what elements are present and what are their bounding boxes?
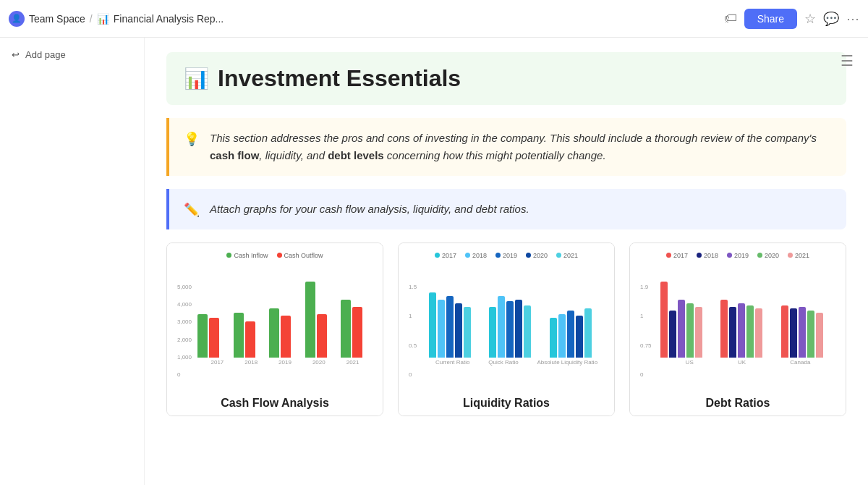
comment-icon[interactable]: 💬 xyxy=(823,11,839,27)
liq-legend-2018: 2018 xyxy=(465,252,487,259)
callout-2-emoji: ✏️ xyxy=(184,202,200,218)
bar-group-quick xyxy=(489,296,543,358)
bar-group-canada xyxy=(781,305,835,358)
topbar-left: 👤 Team Space / 📊 Financial Analysis Rep.… xyxy=(9,11,718,27)
callout-1-italic-1: liquidity xyxy=(265,149,301,161)
topbar-actions: 🏷 Share ☆ 💬 ⋯ xyxy=(724,9,859,29)
chart-area-cashflow: Cash Inflow Cash Outflow 5,0004,0003,000… xyxy=(167,243,383,388)
chart-card-cashflow: Cash Inflow Cash Outflow 5,0004,0003,000… xyxy=(166,242,383,416)
bar-2018-outflow xyxy=(245,321,255,358)
debt-chart-body: 1.910.750 xyxy=(637,263,838,372)
debt-x-axis: USUKCanada xyxy=(658,358,838,366)
bar-group-2019 xyxy=(269,308,301,358)
add-page-label: Add page xyxy=(25,49,66,60)
breadcrumb-separator: / xyxy=(90,13,93,25)
bar-2020-outflow xyxy=(317,314,327,358)
cashflow-bars xyxy=(195,263,375,358)
debt-legend-2019: 2019 xyxy=(727,252,749,259)
bar-group-2017 xyxy=(197,314,229,358)
content-area: ☰ 📊 Investment Essentials 💡 This section… xyxy=(145,38,868,485)
bar-2019-inflow xyxy=(269,308,279,358)
topbar: 👤 Team Space / 📊 Financial Analysis Rep.… xyxy=(0,0,868,38)
bar-group-current xyxy=(429,292,483,358)
bar-2021-outflow xyxy=(352,307,362,358)
callout-1-text: This section addresses the pros and cons… xyxy=(210,130,832,164)
share-button[interactable]: Share xyxy=(744,9,797,29)
outline-button[interactable]: ☰ xyxy=(841,52,854,69)
bar-group-uk xyxy=(720,300,775,358)
page-title: Investment Essentials xyxy=(218,65,461,92)
chart-legend-debt: 2017 2018 2019 2020 2021 xyxy=(637,252,838,259)
liquidity-chart-body: 1.510.50 xyxy=(406,263,607,372)
liquidity-x-axis: Current RatioQuick RatioAbsolute Liquidi… xyxy=(426,358,607,366)
callout-1-bold-2: debt levels xyxy=(328,149,384,161)
add-page-button[interactable]: ↩ Add page xyxy=(0,43,144,66)
liquidity-y-axis: 1.510.50 xyxy=(409,284,417,378)
add-page-icon: ↩ xyxy=(12,49,20,60)
liq-legend-2021: 2021 xyxy=(556,252,578,259)
callout-block-2: ✏️ Attach graphs for your cash flow anal… xyxy=(166,189,846,229)
debt-legend-2020: 2020 xyxy=(757,252,779,259)
bar-2017-inflow xyxy=(197,314,208,358)
debt-legend-2021: 2021 xyxy=(788,252,809,259)
heading-block: 📊 Investment Essentials xyxy=(166,52,846,105)
callout-2-text: Attach graphs for your cash flow analysi… xyxy=(210,201,529,218)
callout-1-bold-1: cash flow xyxy=(210,149,259,161)
chart-label-liquidity: Liquidity Ratios xyxy=(399,388,614,416)
star-icon[interactable]: ☆ xyxy=(804,11,816,27)
liquidity-bars xyxy=(426,263,607,358)
chart-label-cashflow: Cash Flow Analysis xyxy=(167,388,383,416)
team-icon: 👤 xyxy=(9,11,25,27)
debt-y-axis: 1.910.750 xyxy=(640,284,652,378)
chart-card-liquidity: 2017 2018 2019 2020 2021 1.510.50 xyxy=(398,242,615,416)
cashflow-x-axis: 20172018201920202021 xyxy=(195,358,375,366)
chart-legend-liquidity: 2017 2018 2019 2020 2021 xyxy=(406,252,607,259)
callout-1-text-2: , xyxy=(259,149,265,161)
liq-legend-2019: 2019 xyxy=(495,252,517,259)
bar-group-us xyxy=(660,282,715,358)
tag-icon[interactable]: 🏷 xyxy=(724,11,737,26)
sidebar: ↩ Add page xyxy=(0,38,145,485)
chart-card-debt: 2017 2018 2019 2020 2021 1.910.750 xyxy=(629,242,846,416)
bar-group-2018 xyxy=(234,313,265,358)
bar-group-2020 xyxy=(305,282,337,358)
liq-legend-2017: 2017 xyxy=(435,252,456,259)
doc-icon: 📊 xyxy=(97,13,109,25)
heading-icon: 📊 xyxy=(184,67,209,90)
debt-legend-2018: 2018 xyxy=(697,252,718,259)
cashflow-y-axis: 5,0004,0003,0002,0001,0000 xyxy=(177,284,192,378)
debt-legend-2017: 2017 xyxy=(666,252,688,259)
legend-outflow: Cash Outflow xyxy=(277,252,323,259)
cashflow-chart-body: 5,0004,0003,0002,0001,0000 xyxy=(174,263,375,372)
team-name[interactable]: Team Space xyxy=(29,13,85,25)
callout-1-text-before: This section addresses the pros and cons… xyxy=(210,132,817,144)
callout-1-text-4: concerning how this might potentially ch… xyxy=(384,149,606,161)
bar-group-absolute xyxy=(550,308,604,358)
chart-legend-cashflow: Cash Inflow Cash Outflow xyxy=(174,252,375,259)
liq-legend-2020: 2020 xyxy=(526,252,548,259)
bar-group-2021 xyxy=(341,300,373,358)
bar-2019-outflow xyxy=(281,316,291,358)
more-icon[interactable]: ⋯ xyxy=(846,11,859,27)
charts-row: Cash Inflow Cash Outflow 5,0004,0003,000… xyxy=(166,242,846,416)
callout-1-text-3: , and xyxy=(301,149,328,161)
callout-block-1: 💡 This section addresses the pros and co… xyxy=(166,118,846,176)
bar-2018-inflow xyxy=(234,313,244,358)
doc-title[interactable]: Financial Analysis Rep... xyxy=(114,13,224,25)
debt-bars xyxy=(658,263,838,358)
chart-area-debt: 2017 2018 2019 2020 2021 1.910.750 xyxy=(630,243,846,388)
bar-2017-outflow xyxy=(209,318,219,358)
legend-inflow: Cash Inflow xyxy=(226,252,268,259)
chart-label-debt: Debt Ratios xyxy=(630,388,846,416)
bar-2021-inflow xyxy=(341,300,351,358)
main-content: ↩ Add page ☰ 📊 Investment Essentials 💡 T… xyxy=(0,38,868,485)
bar-2020-inflow xyxy=(305,282,315,358)
callout-1-emoji: 💡 xyxy=(184,131,200,147)
chart-area-liquidity: 2017 2018 2019 2020 2021 1.510.50 xyxy=(399,243,614,388)
